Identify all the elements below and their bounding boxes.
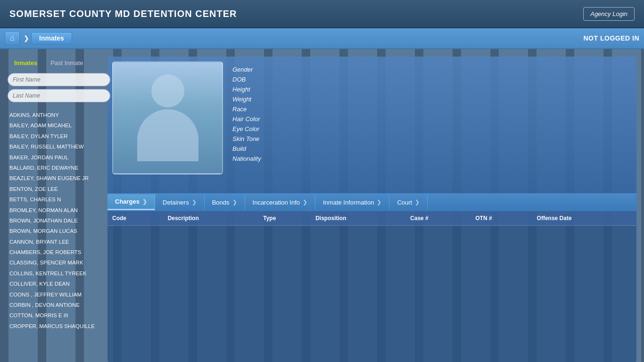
list-item[interactable]: BROWN, MORGAN LUCAS — [8, 226, 110, 236]
list-item[interactable]: COLLIVER, KYLE DEAN — [8, 279, 110, 289]
inmate-photo — [112, 61, 223, 174]
agency-login-button[interactable]: Agency Login — [583, 7, 635, 21]
last-name-input[interactable] — [8, 89, 110, 102]
avatar-body — [137, 109, 198, 161]
tab-bonds[interactable]: Bonds ❯ — [205, 195, 245, 210]
page-title: SOMERSET COUNTY MD DETENTION CENTER — [9, 8, 237, 19]
field-hair-color: Hair Color — [232, 115, 622, 123]
col-otn: OTN # — [471, 211, 532, 226]
nationality-label: Nationality — [232, 155, 275, 162]
field-skin-tone: Skin Tone — [232, 135, 622, 142]
breadcrumb-arrow: ❯ — [24, 34, 29, 42]
field-eye-color: Eye Color — [232, 125, 622, 132]
inmate-fields: Gender DOB Height Weight Race — [223, 61, 632, 189]
list-item[interactable]: CORBIN , DEVON ANTIONE — [8, 300, 110, 310]
field-nationality: Nationality — [232, 155, 622, 162]
charges-table: Code Description Type Disposition Case #… — [107, 211, 636, 226]
build-label: Build — [232, 145, 275, 152]
height-label: Height — [232, 86, 275, 93]
list-item[interactable]: BAILEY, ADAM MICAHEL — [8, 120, 110, 131]
list-item[interactable]: BEAZLEY, SHAWN EUGENE JR — [8, 173, 110, 183]
list-item[interactable]: BAILEY, RUSSELL MATTHEW — [8, 141, 110, 152]
first-name-input[interactable] — [8, 73, 110, 86]
col-case-number: Case # — [405, 211, 471, 226]
tab-incarceration-info[interactable]: Incarceration Info ❯ — [245, 195, 315, 210]
avatar-head — [151, 74, 184, 107]
field-race: Race — [232, 106, 622, 113]
tab-inmate-info-arrow: ❯ — [377, 199, 381, 206]
table-header-row: Code Description Type Disposition Case #… — [107, 211, 636, 226]
charges-table-container: Code Description Type Disposition Case #… — [107, 211, 636, 362]
sidebar-tabs: Inmates Past Inmate — [8, 57, 110, 69]
main-content: Inmates Past Inmate ADKINS, ANTHONYBAILE… — [0, 49, 644, 362]
tab-bonds-arrow: ❯ — [232, 199, 237, 206]
login-status: NOT LOGGED IN — [584, 34, 640, 42]
list-item[interactable]: CANNON, BRYANT LEE — [8, 237, 110, 247]
hair-color-label: Hair Color — [232, 115, 275, 123]
race-label: Race — [232, 106, 275, 113]
breadcrumb-inmates: Inmates — [31, 32, 72, 44]
tab-charges-arrow: ❯ — [142, 198, 147, 205]
skin-tone-label: Skin Tone — [232, 135, 275, 142]
tab-charges[interactable]: Charges ❯ — [107, 194, 155, 210]
tab-past-inmate[interactable]: Past Inmate — [44, 57, 90, 69]
field-gender: Gender — [232, 66, 622, 73]
inmate-list: ADKINS, ANTHONYBAILEY, ADAM MICAHELBAILE… — [8, 110, 110, 331]
navbar: ⌂ ❯ Inmates NOT LOGGED IN — [0, 28, 644, 49]
header: SOMERSET COUNTY MD DETENTION CENTER Agen… — [0, 0, 644, 28]
list-item[interactable]: COONS , JEFFREY WILLIAM — [8, 289, 110, 300]
tab-court-arrow: ❯ — [415, 199, 420, 206]
tab-inmates[interactable]: Inmates — [8, 57, 44, 69]
detail-panel: Gender DOB Height Weight Race — [107, 57, 636, 362]
list-item[interactable]: BALLARD, ERIC DEWAYNE — [8, 163, 110, 173]
home-button[interactable]: ⌂ — [5, 31, 20, 45]
tab-court[interactable]: Court ❯ — [389, 195, 428, 210]
field-build: Build — [232, 145, 622, 152]
eye-color-label: Eye Color — [232, 125, 275, 132]
gender-label: Gender — [232, 66, 275, 73]
col-type: Type — [258, 211, 311, 226]
inmate-info-card: Gender DOB Height Weight Race — [107, 57, 636, 193]
col-description: Description — [163, 211, 259, 226]
list-item[interactable]: BENTON, ZOE LEE — [8, 184, 110, 194]
dob-label: DOB — [232, 76, 275, 83]
tab-detainers-arrow: ❯ — [192, 199, 197, 206]
field-height: Height — [232, 86, 622, 93]
placeholder-avatar — [137, 74, 198, 161]
list-item[interactable]: BROWN, JONATHAN DALE — [8, 215, 110, 226]
list-item[interactable]: COLLINS, KENTRELL TYREEK — [8, 268, 110, 279]
list-item[interactable]: BETTS, CHARLES N — [8, 194, 110, 205]
list-item[interactable]: CROPPER, MARCUS SHAQUILLE — [8, 321, 110, 331]
col-code: Code — [107, 211, 163, 226]
field-weight: Weight — [232, 96, 622, 103]
tab-incarceration-arrow: ❯ — [303, 199, 307, 206]
list-item[interactable]: BROMLEY, NORMAN ALAN — [8, 205, 110, 215]
list-item[interactable]: BAKER, JORDAN PAUL — [8, 152, 110, 163]
list-item[interactable]: ADKINS, ANTHONY — [8, 110, 110, 120]
tab-inmate-information[interactable]: Inmate Information ❯ — [315, 195, 389, 210]
list-item[interactable]: COTTON, MORRIS E III — [8, 310, 110, 321]
tab-detainers[interactable]: Detainers ❯ — [155, 195, 205, 210]
detail-tabs: Charges ❯ Detainers ❯ Bonds ❯ Incarcerat… — [107, 193, 636, 211]
weight-label: Weight — [232, 96, 275, 103]
sidebar: Inmates Past Inmate ADKINS, ANTHONYBAILE… — [8, 57, 110, 331]
search-fields — [8, 73, 110, 105]
col-offense-date: Offense Date — [532, 211, 636, 226]
list-item[interactable]: BAILEY, DYLAN TYLER — [8, 131, 110, 141]
col-disposition: Disposition — [311, 211, 405, 226]
list-item[interactable]: CLASSING, SPENCER MARK — [8, 257, 110, 268]
home-icon: ⌂ — [10, 34, 15, 42]
field-dob: DOB — [232, 76, 622, 83]
list-item[interactable]: CHAMBERS, JOE ROBERTS — [8, 247, 110, 257]
